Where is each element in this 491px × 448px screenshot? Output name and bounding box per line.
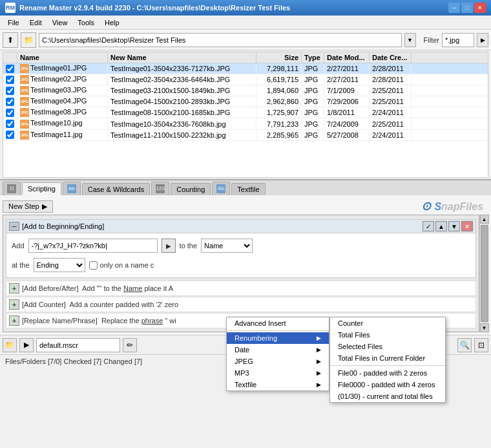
- title-bar-text: Rename Master v2.9.4 build 2230 - C:\Use…: [19, 4, 290, 12]
- table-row[interactable]: JPGTestImage01.JPG TestImage01-3504x2336…: [3, 63, 488, 74]
- step-collapse-button[interactable]: ─: [9, 222, 19, 231]
- minimize-button[interactable]: ─: [448, 3, 460, 13]
- table-row[interactable]: JPGTestImage11.jpg TestImage11-2100x1500…: [3, 130, 488, 141]
- scrollbar[interactable]: ▲ ▼: [479, 215, 488, 332]
- tab-case-wildcards[interactable]: Case & Wildcards: [82, 183, 150, 195]
- back-button[interactable]: ⬆: [3, 32, 18, 48]
- filter-input[interactable]: [442, 33, 474, 47]
- ctx-jpeg[interactable]: JPEG ▶: [227, 356, 329, 367]
- mp3-arrow-icon: ▶: [317, 370, 321, 376]
- add-step-3-text: [Replace Name/Phrase] Replace the phrase…: [22, 317, 176, 325]
- menu-edit[interactable]: Edit: [25, 17, 47, 28]
- table-row[interactable]: JPGTestImage02.JPG TestImage02-3504x2336…: [3, 74, 488, 85]
- bottom-extra-button[interactable]: ⊡: [474, 338, 488, 352]
- menu-file[interactable]: File: [3, 17, 25, 28]
- sub-counter[interactable]: Counter: [330, 317, 445, 329]
- close-button[interactable]: ✕: [474, 3, 486, 13]
- row-checkbox[interactable]: [6, 65, 14, 73]
- menu-tools[interactable]: Tools: [72, 17, 99, 28]
- ctx-mp3[interactable]: MP3 ▶: [227, 367, 329, 379]
- sub-total-files-folder[interactable]: Total Files in Current Folder: [330, 352, 445, 364]
- col-header-name[interactable]: Name: [17, 52, 108, 63]
- row-datemod: 1/8/2011: [324, 108, 370, 117]
- bottom-pencil-button[interactable]: ✏: [123, 338, 137, 352]
- filter-button[interactable]: ▶: [477, 33, 488, 47]
- row-checkbox[interactable]: [6, 109, 14, 117]
- snapfiles-logo: ⊙ SnapFiles: [421, 199, 483, 213]
- row-name: JPGTestImage01.JPG: [17, 63, 108, 74]
- step-check-button[interactable]: ✓: [423, 221, 434, 231]
- row-datemod: 2/27/2011: [324, 75, 370, 84]
- tab-scripting-icon: ⊡: [3, 182, 21, 195]
- tab-scripting-label: Scripting: [28, 185, 56, 193]
- row-checkbox[interactable]: [6, 87, 14, 95]
- only-on-checkbox[interactable]: [89, 261, 98, 270]
- bottom-folder-button[interactable]: 📁: [3, 338, 17, 352]
- ctx-textfile[interactable]: Textfile ▶: [227, 379, 329, 390]
- ctx-advanced-insert[interactable]: Advanced Insert: [227, 317, 329, 329]
- row-checkbox[interactable]: [6, 120, 14, 128]
- add-input[interactable]: [28, 239, 158, 253]
- row-datecre: 2/25/2011: [370, 86, 412, 95]
- table-row[interactable]: JPGTestImage08.JPG TestImage08-1500x2100…: [3, 107, 488, 118]
- add-step-1-button[interactable]: +: [9, 283, 19, 293]
- row-size: 2,285,965: [256, 131, 302, 140]
- address-dropdown[interactable]: ▼: [404, 33, 416, 47]
- tab-scripting[interactable]: Scripting: [22, 182, 61, 195]
- new-step-bar: New Step ▶ ⊙ SnapFiles: [3, 198, 488, 215]
- row-checkbox[interactable]: [6, 131, 14, 139]
- table-row[interactable]: JPGTestImage04.JPG TestImage04-1500x2100…: [3, 96, 488, 107]
- address-input[interactable]: [39, 33, 402, 47]
- folder-button[interactable]: 📁: [21, 32, 36, 48]
- add-step-1-text: [Add Before/After] Add "" to the Name pl…: [22, 284, 173, 292]
- sub-file0000[interactable]: File0000 - padded with 4 zeros: [330, 379, 445, 390]
- step-title: [Add to Beginning/Ending]: [22, 222, 104, 230]
- tab-textfile[interactable]: Textfile: [231, 183, 265, 195]
- table-row[interactable]: JPGTestImage03.JPG TestImage03-2100x1500…: [3, 85, 488, 96]
- maximize-button[interactable]: □: [461, 3, 473, 13]
- to-the-label: to the: [180, 242, 198, 250]
- col-header-datecre[interactable]: Date Cre...: [370, 52, 412, 63]
- col-header-type[interactable]: Type: [302, 52, 324, 63]
- row-type: JPG: [302, 64, 324, 73]
- ending-dropdown[interactable]: Ending: [34, 258, 85, 272]
- row-type: JPG: [302, 120, 324, 129]
- at-the-label: at the: [12, 261, 30, 269]
- only-on-label: only on a name c: [100, 261, 154, 269]
- tab-case-wildcards-label: Case & Wildcards: [88, 186, 144, 193]
- name-dropdown[interactable]: Name: [201, 239, 253, 253]
- add-step-2-text: [Add Counter] Add a counter padded with …: [22, 301, 178, 308]
- table-row[interactable]: JPGTestImage10.jpg TestImage10-3504x2336…: [3, 118, 488, 129]
- col-header-size[interactable]: Size: [256, 52, 302, 63]
- ctx-renumbering[interactable]: Renumbering ▶: [227, 332, 329, 344]
- menu-help[interactable]: Help: [99, 17, 125, 28]
- script-filename-input[interactable]: [36, 338, 120, 352]
- add-step-2-button[interactable]: +: [9, 299, 19, 310]
- add-step-3-button[interactable]: +: [9, 315, 19, 326]
- row-checkbox[interactable]: [6, 98, 14, 106]
- play-button[interactable]: ▶: [162, 239, 176, 253]
- row-checkbox[interactable]: [6, 76, 14, 84]
- step-close-button[interactable]: ✕: [461, 221, 473, 231]
- sub-file00[interactable]: File00 - padded with 2 zeros: [330, 367, 445, 379]
- toolbar: ⬆ 📁 ▼ Filter ▶: [0, 30, 491, 50]
- sub-total-files[interactable]: Total Files: [330, 329, 445, 341]
- step-up-button[interactable]: ▲: [435, 221, 447, 231]
- sub-separator: [330, 365, 445, 366]
- col-header-datemod[interactable]: Date Mod...: [324, 52, 370, 63]
- bottom-play-button[interactable]: ▶: [19, 338, 34, 352]
- scroll-down-button[interactable]: ▼: [480, 323, 489, 332]
- sub-selected-files[interactable]: Selected Files: [330, 341, 445, 352]
- new-step-button[interactable]: New Step ▶: [3, 200, 53, 213]
- menu-view[interactable]: View: [47, 17, 73, 28]
- row-datecre: 2/28/2011: [370, 64, 412, 73]
- tab-counting[interactable]: Counting: [171, 183, 211, 195]
- col-header-newname[interactable]: New Name: [108, 52, 256, 63]
- bottom-search-button[interactable]: 🔍: [457, 338, 472, 352]
- scroll-thumb[interactable]: [481, 225, 488, 322]
- step-down-button[interactable]: ▼: [448, 221, 460, 231]
- ctx-date[interactable]: Date ▶: [227, 344, 329, 356]
- row-type: JPG: [302, 75, 324, 84]
- scroll-up-button[interactable]: ▲: [480, 215, 489, 224]
- sub-current-total[interactable]: (01/30) - current and total files: [330, 390, 445, 402]
